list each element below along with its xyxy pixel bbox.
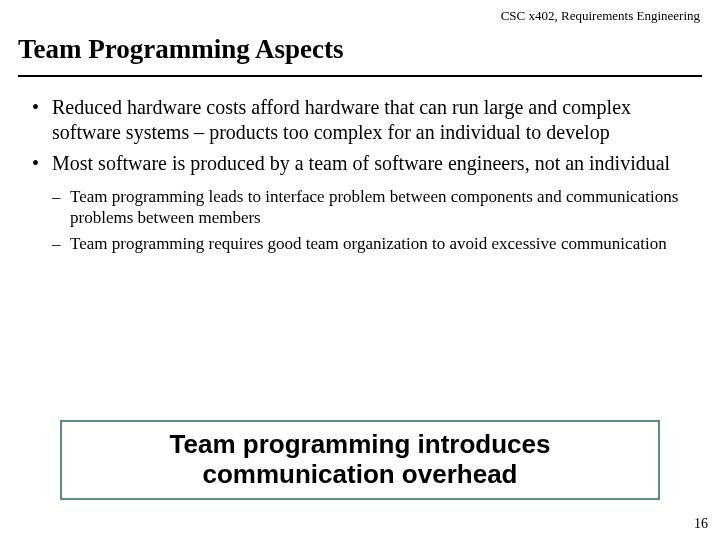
page-number: 16 [694, 516, 708, 532]
sub-bullet-list: Team programming leads to interface prob… [52, 186, 700, 254]
title-divider [18, 75, 702, 77]
highlight-box: Team programming introduces communicatio… [60, 420, 660, 500]
bullet-item: Reduced hardware costs afford hardware t… [30, 95, 700, 145]
bullet-item: Most software is produced by a team of s… [30, 151, 700, 176]
slide-title: Team Programming Aspects [0, 24, 720, 75]
content-area: Reduced hardware costs afford hardware t… [0, 95, 720, 254]
sub-bullet-item: Team programming leads to interface prob… [52, 186, 700, 229]
sub-bullet-item: Team programming requires good team orga… [52, 233, 700, 254]
course-header: CSC x402, Requirements Engineering [0, 0, 720, 24]
main-bullet-list: Reduced hardware costs afford hardware t… [30, 95, 700, 176]
highlight-text: Team programming introduces communicatio… [72, 430, 648, 490]
